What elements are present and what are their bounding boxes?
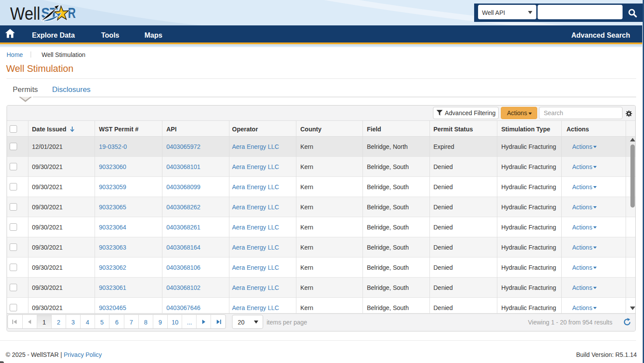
svg-text:R: R [68,5,76,21]
svg-text:Well: Well [10,4,40,23]
